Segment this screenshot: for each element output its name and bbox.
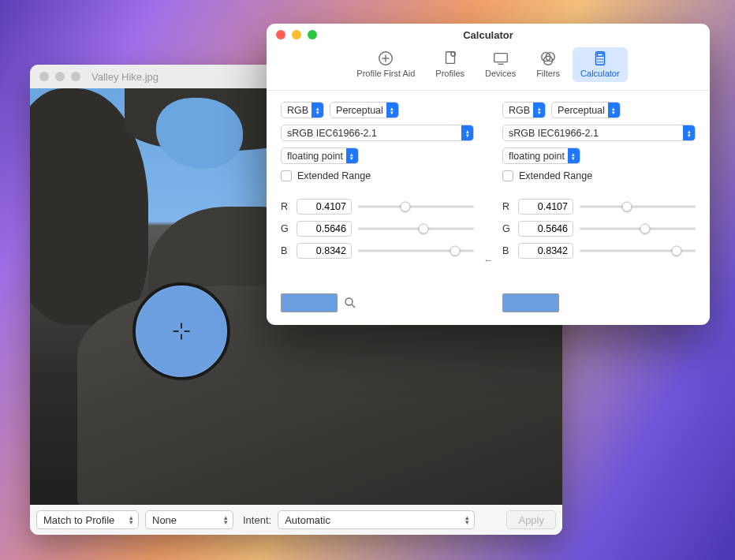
tab-profiles[interactable]: Profiles	[427, 47, 472, 82]
traffic-lights-inactive[interactable]	[39, 72, 80, 81]
dest-extended-range-label: Extended Range	[519, 170, 592, 181]
filters-icon	[539, 50, 557, 66]
minimize-button[interactable]	[292, 30, 301, 39]
dest-r-input[interactable]	[518, 199, 573, 215]
source-r-input[interactable]	[297, 199, 352, 215]
intent-select[interactable]: Automatic▴▾	[278, 510, 475, 529]
source-r-slider[interactable]	[358, 200, 474, 213]
source-channel-r: R	[281, 199, 474, 215]
tab-devices[interactable]: Devices	[477, 47, 524, 82]
destination-profile-select[interactable]: None▴▾	[145, 510, 233, 529]
dest-color-panel: RGB▴▾ Perceptual▴▾ sRGB IEC61966-2.1▴▾ f…	[502, 102, 696, 312]
intent-label: Intent:	[243, 514, 271, 526]
toolbar: Profile First Aid Profiles Devices Filte…	[267, 46, 710, 91]
conversion-direction-arrow-icon[interactable]: ←	[480, 255, 496, 266]
svg-line-23	[352, 304, 355, 308]
source-g-input[interactable]	[297, 221, 352, 237]
source-intent-select[interactable]: Perceptual▴▾	[330, 102, 399, 118]
devices-icon	[492, 50, 509, 66]
dest-b-slider[interactable]	[580, 245, 696, 257]
svg-point-20	[599, 62, 601, 63]
dest-g-input[interactable]	[518, 221, 573, 237]
close-button[interactable]	[39, 72, 49, 81]
crosshair-icon	[170, 320, 192, 342]
calc-window-title: Calculator	[267, 29, 710, 41]
match-action-select[interactable]: Match to Profile▴▾	[36, 510, 139, 529]
dest-b-input[interactable]	[518, 243, 573, 259]
traffic-lights[interactable]	[276, 30, 317, 39]
svg-point-21	[602, 62, 603, 63]
dest-color-model-select[interactable]: RGB▴▾	[502, 102, 546, 118]
source-profile-select[interactable]: sRGB IEC61966-2.1▴▾	[281, 125, 474, 141]
tab-filters[interactable]: Filters	[528, 47, 568, 82]
calculator-icon	[591, 50, 609, 66]
close-button[interactable]	[276, 30, 285, 39]
source-color-model-select[interactable]: RGB▴▾	[281, 102, 324, 118]
source-g-slider[interactable]	[358, 222, 474, 235]
tab-calculator[interactable]: Calculator	[573, 47, 628, 82]
magnifier-icon[interactable]	[343, 296, 357, 310]
source-number-format-select[interactable]: floating point▴▾	[281, 147, 359, 164]
dest-r-slider[interactable]	[580, 200, 696, 213]
source-color-swatch	[281, 293, 338, 312]
dest-channel-b: B	[502, 243, 696, 259]
svg-rect-15	[597, 54, 603, 57]
source-b-slider[interactable]	[358, 245, 474, 257]
source-color-panel: RGB▴▾ Perceptual▴▾ sRGB IEC61966-2.1▴▾ f…	[281, 102, 474, 312]
svg-point-16	[597, 58, 599, 60]
minimize-button[interactable]	[55, 72, 65, 81]
source-b-input[interactable]	[297, 243, 352, 259]
colorsync-calculator-window: Calculator Profile First Aid Profiles De…	[267, 24, 710, 325]
source-channel-b: B	[281, 243, 474, 259]
first-aid-icon	[377, 50, 394, 66]
dest-number-format-select[interactable]: floating point▴▾	[502, 147, 580, 164]
dest-channel-r: R	[502, 199, 696, 215]
tab-profile-first-aid[interactable]: Profile First Aid	[349, 47, 423, 82]
svg-point-18	[602, 58, 603, 60]
svg-rect-7	[446, 52, 454, 64]
image-window-footer: Match to Profile▴▾ None▴▾ Intent: Automa…	[30, 505, 562, 535]
zoom-button[interactable]	[71, 72, 80, 81]
source-channel-g: G	[281, 221, 474, 237]
svg-point-19	[597, 62, 599, 63]
dest-intent-select[interactable]: Perceptual▴▾	[551, 102, 621, 118]
zoom-button[interactable]	[308, 30, 317, 39]
dest-channel-g: G	[502, 221, 696, 237]
dest-g-slider[interactable]	[580, 222, 696, 235]
color-loupe[interactable]	[132, 282, 230, 380]
profile-icon	[442, 50, 459, 66]
svg-point-22	[345, 298, 353, 305]
dest-color-swatch	[502, 293, 559, 312]
svg-point-17	[599, 58, 601, 60]
dest-extended-range-checkbox[interactable]	[502, 170, 513, 181]
calc-titlebar[interactable]: Calculator	[267, 24, 710, 46]
image-window-title: Valley Hike.jpg	[91, 71, 159, 83]
source-extended-range-checkbox[interactable]	[281, 170, 292, 181]
dest-profile-select[interactable]: sRGB IEC61966-2.1▴▾	[502, 125, 696, 141]
svg-rect-9	[494, 54, 507, 62]
apply-button[interactable]: Apply	[506, 510, 556, 529]
source-extended-range-label: Extended Range	[297, 170, 371, 181]
